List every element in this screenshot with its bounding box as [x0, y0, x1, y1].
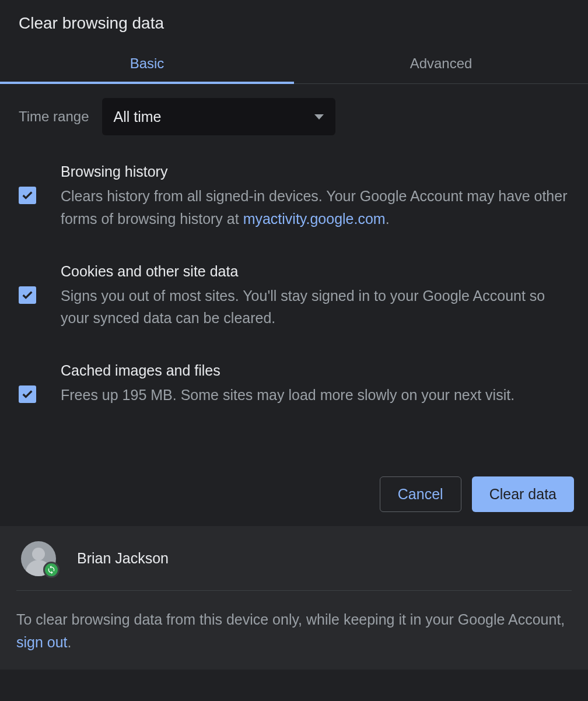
time-range-label: Time range — [19, 108, 89, 125]
cookies-description: Signs you out of most sites. You'll stay… — [61, 285, 569, 330]
tabs-container: Basic Advanced — [0, 43, 588, 84]
browsing-history-item: Browsing history Clears history from all… — [19, 163, 569, 230]
user-name: Brian Jackson — [77, 550, 169, 567]
cancel-button[interactable]: Cancel — [380, 476, 461, 512]
browsing-history-description: Clears history from all signed-in device… — [61, 185, 569, 230]
footer: Brian Jackson To clear browsing data fro… — [0, 526, 588, 670]
check-icon — [21, 289, 34, 302]
tab-advanced[interactable]: Advanced — [294, 43, 588, 83]
time-range-select[interactable]: All time — [102, 98, 335, 135]
time-range-row: Time range All time — [19, 98, 569, 135]
dialog-buttons: Cancel Clear data — [0, 476, 588, 526]
dialog-content: Time range All time Browsing history Cle… — [0, 84, 588, 406]
footer-text: To clear browsing data from this device … — [16, 591, 572, 654]
clear-data-button[interactable]: Clear data — [472, 476, 574, 512]
check-icon — [21, 388, 34, 401]
footer-text-post: . — [68, 634, 72, 650]
sync-icon — [43, 562, 60, 578]
cache-checkbox[interactable] — [19, 385, 36, 403]
check-icon — [21, 189, 34, 202]
dialog-title: Clear browsing data — [0, 0, 588, 43]
sign-out-link[interactable]: sign out — [16, 634, 68, 650]
cache-content: Cached images and files Frees up 195 MB.… — [61, 362, 569, 406]
user-row: Brian Jackson — [16, 526, 572, 591]
browsing-history-content: Browsing history Clears history from all… — [61, 163, 569, 230]
avatar-wrapper — [21, 541, 56, 576]
cache-description: Frees up 195 MB. Some sites may load mor… — [61, 384, 569, 406]
myactivity-link[interactable]: myactivity.google.com — [243, 211, 386, 227]
browsing-history-title: Browsing history — [61, 163, 569, 180]
footer-text-pre: To clear browsing data from this device … — [16, 611, 565, 628]
chevron-down-icon — [314, 114, 324, 120]
avatar-head — [32, 548, 45, 560]
time-range-value: All time — [114, 108, 314, 125]
browsing-desc-post: . — [386, 211, 390, 227]
browsing-history-checkbox[interactable] — [19, 187, 36, 204]
cookies-title: Cookies and other site data — [61, 263, 569, 280]
cache-item: Cached images and files Frees up 195 MB.… — [19, 362, 569, 406]
cookies-content: Cookies and other site data Signs you ou… — [61, 263, 569, 330]
cache-title: Cached images and files — [61, 362, 569, 379]
tab-basic[interactable]: Basic — [0, 43, 294, 83]
cookies-item: Cookies and other site data Signs you ou… — [19, 263, 569, 330]
cookies-checkbox[interactable] — [19, 286, 36, 304]
